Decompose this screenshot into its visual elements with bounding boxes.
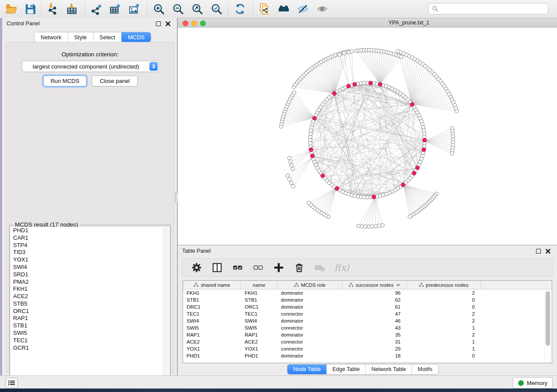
graph-node[interactable] — [363, 225, 367, 228]
mcds-result-item[interactable]: ORC1 — [10, 308, 163, 315]
graph-node[interactable] — [450, 152, 453, 155]
graph-hub-node[interactable] — [353, 83, 356, 86]
table-row[interactable]: ACE2ACE2connector311 — [183, 338, 552, 345]
tab-motifs[interactable]: Motifs — [412, 364, 438, 374]
graph-node[interactable] — [377, 224, 381, 227]
graph-hub-node[interactable] — [309, 148, 313, 151]
first-neighbors-icon[interactable] — [277, 2, 290, 15]
graph-node[interactable] — [286, 174, 289, 177]
table-row[interactable]: PHD1PHD1dominator180 — [183, 352, 552, 359]
tab-style[interactable]: Style — [68, 32, 93, 42]
mcds-result-item[interactable]: RAP1 — [10, 315, 163, 322]
table-row[interactable]: STB1STB1dominator620 — [183, 296, 552, 303]
graph-node[interactable] — [381, 224, 384, 227]
export-network-icon[interactable] — [89, 2, 102, 15]
mcds-result-item[interactable]: FKH1 — [10, 285, 163, 293]
close-table-panel-icon[interactable] — [545, 248, 551, 254]
sort-chevron-icon[interactable] — [396, 282, 400, 287]
delete-column-icon[interactable] — [293, 261, 305, 274]
graph-node[interactable] — [356, 224, 360, 228]
graph-node[interactable] — [363, 81, 366, 85]
table-row[interactable]: TEC1TEC1connector472 — [183, 310, 552, 317]
open-session-icon[interactable] — [4, 2, 17, 15]
search-box[interactable] — [428, 3, 548, 14]
mcds-result-item[interactable]: CAR1 — [10, 234, 163, 242]
graph-node[interactable] — [292, 91, 296, 94]
memory-button[interactable]: Memory — [513, 377, 553, 389]
graph-hub-node[interactable] — [372, 195, 376, 199]
graph-hub-node[interactable] — [369, 81, 373, 85]
optimization-criterion-select[interactable]: largest connected component (undirected) — [22, 61, 159, 72]
table-row[interactable]: SWI4SWI4dominator462 — [183, 317, 552, 324]
graph-node[interactable] — [360, 224, 363, 228]
task-history-button[interactable] — [5, 378, 18, 388]
graph-hub-node[interactable] — [412, 171, 416, 175]
graph-node[interactable] — [290, 181, 293, 185]
graph-hub-node[interactable] — [311, 154, 315, 158]
mcds-result-scrollbar[interactable] — [163, 227, 170, 385]
deselect-all-rows-icon[interactable] — [252, 261, 264, 274]
import-network-icon[interactable] — [45, 2, 59, 15]
column-header-MCDS-role[interactable]: MCDS role — [277, 281, 343, 289]
mcds-result-item[interactable]: YOX1 — [10, 256, 163, 264]
mcds-result-item[interactable]: TEC1 — [10, 337, 163, 344]
graph-node[interactable] — [338, 53, 341, 56]
apply-layout-icon[interactable] — [233, 2, 246, 15]
graph-node[interactable] — [287, 178, 291, 181]
graph-hub-node[interactable] — [401, 183, 405, 187]
graph-hub-node[interactable] — [312, 116, 316, 120]
search-input[interactable] — [441, 5, 544, 13]
graph-hub-node[interactable] — [410, 103, 414, 107]
mcds-result-item[interactable]: TID3 — [10, 249, 163, 256]
table-row[interactable]: SWI5SWI5connector431 — [183, 324, 552, 331]
zoom-selected-icon[interactable] — [210, 2, 223, 15]
graph-node[interactable] — [307, 201, 311, 205]
graph-hub-node[interactable] — [378, 83, 382, 86]
show-columns-icon[interactable] — [211, 261, 223, 274]
graph-node[interactable] — [291, 167, 294, 170]
column-header-successor-nodes[interactable]: successor nodes — [343, 281, 407, 289]
graph-node[interactable] — [455, 109, 458, 113]
tab-select[interactable]: Select — [93, 32, 121, 42]
network-graph-canvas[interactable] — [178, 28, 557, 245]
graph-node[interactable] — [288, 156, 291, 160]
new-network-from-selection-icon[interactable] — [258, 2, 271, 15]
zoom-in-icon[interactable] — [152, 2, 165, 15]
graph-hub-node[interactable] — [332, 92, 336, 96]
close-panel-icon[interactable] — [165, 21, 171, 27]
mcds-result-item[interactable]: STB5 — [10, 300, 163, 308]
run-mcds-button[interactable]: Run MCDS — [43, 76, 86, 86]
graph-hub-node[interactable] — [415, 166, 419, 170]
save-session-icon[interactable] — [24, 2, 37, 15]
graph-node[interactable] — [370, 225, 374, 228]
mcds-result-item[interactable]: PMA2 — [10, 278, 163, 285]
mcds-result-item[interactable]: SWI4 — [10, 264, 163, 271]
graph-node[interactable] — [374, 224, 377, 228]
zoom-out-icon[interactable] — [171, 2, 184, 15]
float-panel-icon[interactable] — [156, 21, 161, 27]
mcds-result-item[interactable]: STP4 — [10, 242, 163, 249]
network-graph[interactable] — [178, 28, 557, 245]
graph-node[interactable] — [291, 185, 295, 188]
export-table-icon[interactable] — [108, 2, 121, 15]
graph-node[interactable] — [289, 160, 292, 163]
graph-node[interactable] — [367, 225, 370, 228]
import-table-icon[interactable] — [65, 2, 78, 15]
column-header-shared-name[interactable]: shared name — [183, 281, 241, 289]
settings-gear-icon[interactable] — [190, 261, 203, 274]
zoom-fit-icon[interactable] — [190, 2, 204, 15]
graph-hub-node[interactable] — [422, 138, 426, 142]
graph-node[interactable] — [408, 215, 412, 218]
graph-hub-node[interactable] — [422, 148, 426, 151]
table-row[interactable]: ORC1ORC1dominator610 — [183, 303, 552, 310]
graph-node[interactable] — [343, 52, 346, 55]
mcds-result-item[interactable]: PHD1 — [10, 227, 163, 234]
tab-edge-table[interactable]: Edge Table — [326, 364, 365, 374]
tab-node-table[interactable]: Node Table — [287, 364, 326, 374]
add-column-icon[interactable] — [273, 261, 285, 274]
select-all-rows-icon[interactable] — [232, 261, 244, 274]
graph-node[interactable] — [399, 55, 403, 58]
graph-hub-node[interactable] — [346, 84, 350, 88]
mcds-result-item[interactable]: ACE2 — [10, 293, 163, 300]
graph-node[interactable] — [290, 163, 293, 167]
